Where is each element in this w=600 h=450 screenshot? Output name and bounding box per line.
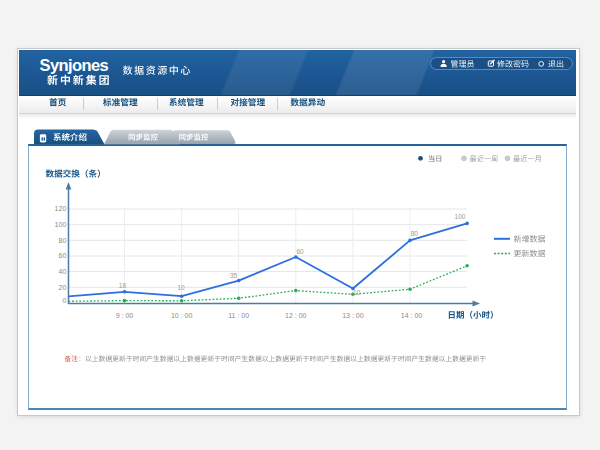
svg-text:35: 35	[230, 272, 238, 279]
svg-text:80: 80	[59, 237, 67, 244]
svg-text:9 : 00: 9 : 00	[116, 312, 134, 319]
svg-text:60: 60	[59, 252, 67, 259]
svg-text:10: 10	[353, 289, 361, 296]
svg-text:13 : 00: 13 : 00	[342, 312, 364, 319]
svg-text:18: 18	[119, 282, 127, 289]
svg-text:11 : 00: 11 : 00	[228, 312, 249, 319]
svg-text:100: 100	[455, 213, 466, 220]
svg-text:80: 80	[411, 230, 419, 237]
svg-text:0: 0	[62, 297, 66, 304]
svg-text:20: 20	[59, 284, 67, 291]
svg-text:10: 10	[177, 284, 185, 291]
svg-text:60: 60	[296, 248, 304, 255]
svg-text:10 : 00: 10 : 00	[171, 312, 193, 319]
svg-text:40: 40	[59, 268, 67, 275]
svg-text:14 : 00: 14 : 00	[401, 312, 423, 319]
svg-text:100: 100	[55, 221, 67, 228]
svg-text:12 : 00: 12 : 00	[285, 312, 307, 319]
svg-text:120: 120	[55, 205, 67, 212]
